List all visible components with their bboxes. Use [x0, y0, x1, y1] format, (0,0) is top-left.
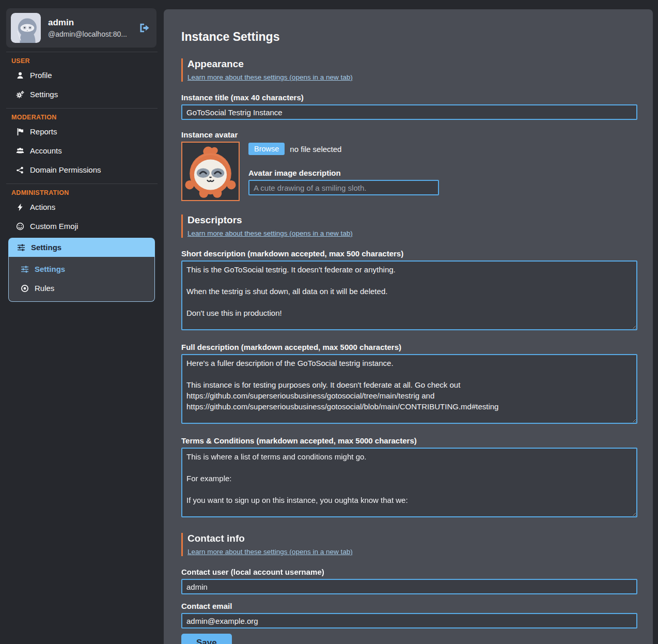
section-label-moderation: MODERATION [11, 114, 164, 121]
users-icon [15, 147, 24, 155]
sidebar-item-label: Settings [31, 243, 61, 252]
divider [6, 108, 158, 109]
field-contact-email: Contact email [181, 602, 637, 628]
sidebar-item-label: Domain Permissions [30, 165, 101, 174]
sliders-icon [17, 243, 25, 252]
field-instance-title: Instance title (max 40 characters) [181, 93, 637, 120]
flag-icon [15, 128, 24, 136]
short-description-label: Short description (markdown accepted, ma… [181, 249, 637, 258]
bolt-icon [15, 203, 24, 211]
sidebar: admin @admin@localhost:80... USER Profil… [0, 0, 164, 302]
contact-email-label: Contact email [181, 602, 637, 610]
full-description-textarea[interactable]: Here's a fuller description of the GoToS… [181, 354, 637, 424]
field-full-description: Full description (markdown accepted, max… [181, 343, 637, 426]
field-short-description: Short description (markdown accepted, ma… [181, 249, 637, 332]
sidebar-item-profile[interactable]: Profile [0, 66, 164, 85]
circle-dot-icon [20, 284, 29, 293]
sidebar-item-reports[interactable]: Reports [0, 122, 164, 141]
sidebar-item-accounts[interactable]: Accounts [0, 141, 164, 160]
smiley-icon [15, 222, 24, 231]
avatar-description-label: Avatar image description [248, 168, 439, 177]
sidebar-item-label: Rules [35, 284, 54, 293]
section-label-user: USER [11, 57, 164, 65]
file-status-text: no file selected [290, 145, 341, 154]
sidebar-item-user-settings[interactable]: Settings [0, 85, 164, 104]
sign-out-icon[interactable] [139, 23, 150, 33]
field-terms: Terms & Conditions (markdown accepted, m… [181, 436, 637, 519]
user-icon [15, 71, 24, 80]
user-handle: @admin@localhost:80... [48, 30, 127, 38]
full-description-label: Full description (markdown accepted, max… [181, 343, 637, 351]
terms-textarea[interactable]: This is where a list of terms and condit… [181, 448, 637, 517]
divider [6, 183, 158, 184]
sidebar-subitem-rules[interactable]: Rules [9, 279, 154, 298]
user-card[interactable]: admin @admin@localhost:80... [6, 8, 156, 48]
contact-user-label: Contact user (local account username) [181, 568, 637, 576]
sidebar-item-domain-permissions[interactable]: Domain Permissions [0, 160, 164, 179]
sliders-icon [20, 265, 29, 273]
sidebar-subitem-settings[interactable]: Settings [9, 259, 154, 279]
section-heading: Appearance [187, 58, 637, 70]
section-heading: Contact info [187, 533, 637, 544]
terms-label: Terms & Conditions (markdown accepted, m… [181, 436, 637, 445]
divider [6, 52, 158, 52]
user-name: admin [48, 18, 127, 28]
sidebar-item-label: Profile [30, 71, 52, 80]
section-label-administration: ADMINISTRATION [11, 189, 164, 196]
gears-icon [15, 90, 24, 99]
learn-more-link[interactable]: Learn more about these settings (opens i… [187, 548, 353, 556]
avatar-description-input[interactable] [248, 180, 439, 195]
section-heading: Descriptors [187, 214, 637, 226]
user-meta: admin @admin@localhost:80... [48, 18, 127, 38]
sidebar-item-label: Custom Emoji [30, 222, 78, 231]
short-description-textarea[interactable]: This is the GoToSocial testrig. It doesn… [181, 260, 637, 330]
share-nodes-icon [15, 166, 24, 174]
instance-title-label: Instance title (max 40 characters) [181, 93, 637, 102]
sidebar-item-label: Actions [30, 203, 55, 211]
sidebar-item-label: Accounts [30, 146, 62, 155]
learn-more-link[interactable]: Learn more about these settings (opens i… [187, 73, 353, 81]
section-descriptors: Descriptors Learn more about these setti… [181, 214, 637, 238]
sidebar-item-label: Settings [30, 90, 58, 99]
sloth-avatar-icon [11, 13, 41, 43]
sidebar-item-admin-settings[interactable]: Settings [8, 238, 155, 257]
instance-avatar-label: Instance avatar [181, 130, 637, 139]
field-instance-avatar: Instance avatar [181, 130, 637, 201]
sidebar-item-custom-emoji[interactable]: Custom Emoji [0, 217, 164, 236]
page: admin @admin@localhost:80... USER Profil… [0, 0, 658, 644]
save-button[interactable]: Save [181, 634, 232, 644]
admin-settings-group: Settings Settings Rules [8, 238, 155, 302]
sidebar-item-label: Settings [35, 265, 65, 273]
section-contact: Contact info Learn more about these sett… [181, 533, 637, 556]
user-avatar [11, 13, 41, 43]
sloth-drawing-icon [182, 143, 239, 200]
sidebar-item-actions[interactable]: Actions [0, 197, 164, 217]
contact-user-input[interactable] [181, 579, 637, 594]
instance-avatar-image [181, 142, 240, 201]
settings-submenu: Settings Rules [8, 257, 155, 302]
main-panel: Instance Settings Appearance Learn more … [164, 9, 653, 644]
field-contact-user: Contact user (local account username) [181, 568, 637, 594]
instance-title-input[interactable] [181, 104, 637, 120]
sidebar-item-label: Reports [30, 127, 57, 136]
learn-more-link[interactable]: Learn more about these settings (opens i… [187, 229, 353, 237]
browse-button[interactable]: Browse [248, 143, 285, 155]
section-appearance: Appearance Learn more about these settin… [181, 58, 637, 82]
page-title: Instance Settings [181, 30, 637, 44]
avatar-controls: Browse no file selected Avatar image des… [248, 142, 637, 201]
contact-email-input[interactable] [181, 613, 637, 628]
